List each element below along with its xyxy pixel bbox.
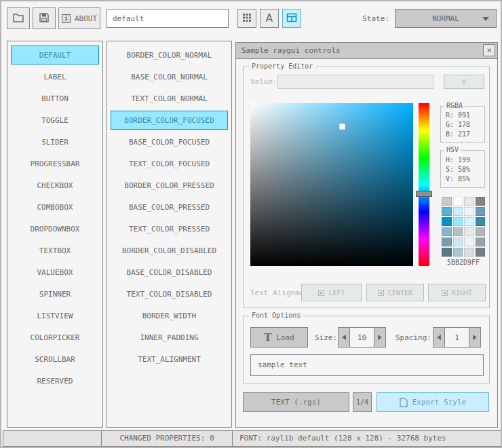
controls-list-item[interactable]: CHECKBOX	[11, 176, 99, 195]
hue-bar[interactable]	[419, 103, 429, 266]
palette-swatch[interactable]	[476, 197, 486, 206]
value-apply-button[interactable]: 0	[444, 75, 484, 89]
color-picker-marker[interactable]	[339, 124, 345, 130]
property-editor-group-label: Property Editor	[249, 62, 315, 70]
size-value-box[interactable]: 10	[349, 327, 374, 348]
spacing-decrement-button[interactable]	[433, 327, 445, 348]
align-right-button[interactable]: RIGHT	[428, 284, 486, 301]
font-a-icon: A	[266, 12, 273, 24]
controls-list-item[interactable]: SPINNER	[11, 284, 99, 303]
hue-slider-handle[interactable]	[416, 191, 432, 197]
format-counter-button[interactable]: 1/4	[353, 392, 372, 412]
properties-list-item[interactable]: BORDER_COLOR_PRESSED	[111, 176, 228, 195]
align-left-button[interactable]: LEFT	[301, 284, 362, 301]
properties-list-item[interactable]: TEXT_COLOR_PRESSED	[111, 219, 228, 238]
palette-swatch[interactable]	[453, 227, 463, 236]
font-load-button[interactable]: T Load	[250, 327, 308, 348]
palette-swatch[interactable]	[453, 248, 463, 257]
controls-list-item[interactable]: RESERVED	[11, 371, 99, 390]
properties-list-item[interactable]: TEXT_ALIGNMENT	[111, 350, 228, 369]
export-style-button[interactable]: Export Style	[376, 392, 489, 412]
palette-swatch[interactable]	[453, 217, 463, 226]
align-center-button[interactable]: CENTER	[366, 284, 424, 301]
properties-list-item[interactable]: BASE_COLOR_NORMAL	[111, 67, 228, 86]
controls-list-item[interactable]: SLIDER	[11, 132, 99, 151]
font-options-group-label: Font Options	[249, 312, 303, 319]
chevron-down-icon	[482, 17, 489, 21]
controls-list-item[interactable]: BUTTON	[11, 89, 99, 108]
properties-list-item[interactable]: TEXT_COLOR_FOCUSED	[111, 154, 228, 173]
controls-list-item[interactable]: PROGRESSBAR	[11, 154, 99, 173]
folder-open-icon	[12, 12, 24, 26]
palette-swatch[interactable]	[453, 238, 463, 246]
palette-swatch[interactable]	[464, 227, 474, 236]
window-titlebar[interactable]: Sample raygui controls ×	[236, 43, 497, 59]
window-close-button[interactable]: ×	[483, 44, 495, 56]
controls-list-item[interactable]: LABEL	[11, 67, 99, 86]
palette-swatch[interactable]	[442, 248, 452, 257]
open-style-button[interactable]	[7, 7, 30, 29]
controls-list-item[interactable]: LISTVIEW	[11, 306, 99, 325]
palette-swatch[interactable]	[464, 238, 474, 246]
palette-swatch[interactable]	[442, 238, 452, 246]
style-grid-view-button[interactable]	[237, 9, 256, 28]
palette-swatch[interactable]	[476, 238, 486, 246]
font-view-button[interactable]: A	[260, 9, 279, 28]
format-counter-label: 1/4	[356, 398, 368, 406]
properties-list-item[interactable]: BORDER_COLOR_DISABLED	[111, 241, 228, 260]
size-label: Size:	[315, 333, 337, 342]
palette-swatch[interactable]	[442, 217, 452, 226]
save-style-button[interactable]	[33, 7, 56, 29]
properties-list-item[interactable]: BASE_COLOR_PRESSED	[111, 198, 228, 217]
spacing-value-box[interactable]: 1	[444, 327, 469, 348]
properties-list-item[interactable]: BORDER_WIDTH	[111, 306, 228, 325]
properties-list-item[interactable]: BORDER_COLOR_NORMAL	[111, 45, 228, 64]
palette-swatch[interactable]	[464, 197, 474, 206]
palette-swatch[interactable]	[464, 248, 474, 257]
controls-list-item[interactable]: COLORPICKER	[11, 328, 99, 347]
color-saturation-value-picker[interactable]	[250, 103, 413, 266]
export-format-label: TEXT (.rgs)	[271, 398, 321, 407]
palette-swatch[interactable]	[476, 217, 486, 226]
floppy-save-icon	[38, 12, 50, 26]
properties-list-item[interactable]: BORDER_COLOR_FOCUSED	[111, 111, 228, 130]
spacing-increment-button[interactable]	[469, 327, 481, 348]
palette-swatch[interactable]	[464, 207, 474, 216]
palette-swatch[interactable]	[464, 217, 474, 226]
control-table-view-button[interactable]	[282, 9, 301, 28]
properties-list-item[interactable]: TEXT_COLOR_DISABLED	[111, 284, 228, 303]
palette-swatch[interactable]	[476, 207, 486, 216]
about-button[interactable]: i ABOUT	[58, 7, 100, 29]
palette-swatch[interactable]	[442, 197, 452, 206]
palette-swatch[interactable]	[453, 197, 463, 206]
controls-list-item[interactable]: DEFAULT	[11, 45, 99, 64]
font-options-group: Font Options T Load Size: 10 Spacing: 1 …	[243, 316, 490, 384]
properties-list-item[interactable]: TEXT_COLOR_NORMAL	[111, 89, 228, 108]
sample-text-box[interactable]: sample text	[250, 354, 484, 376]
palette-swatch[interactable]	[476, 248, 486, 257]
size-increment-button[interactable]	[374, 327, 386, 348]
status-box-empty	[3, 430, 102, 447]
controls-list-item[interactable]: COMBOBOX	[11, 198, 99, 217]
export-format-button[interactable]: TEXT (.rgs)	[243, 392, 349, 412]
controls-list-item[interactable]: DROPDOWNBOX	[11, 219, 99, 238]
palette-swatch[interactable]	[442, 227, 452, 236]
palette-swatch[interactable]	[476, 227, 486, 236]
controls-list-item[interactable]: TOGGLE	[11, 111, 99, 130]
properties-list-item[interactable]: INNER_PADDING	[111, 328, 228, 347]
controls-list-item[interactable]: TEXTBOX	[11, 241, 99, 260]
properties-list-item[interactable]: BASE_COLOR_FOCUSED	[111, 132, 228, 151]
controls-list-item[interactable]: SCROLLBAR	[11, 350, 99, 369]
properties-list-item[interactable]: BASE_COLOR_DISABLED	[111, 263, 228, 282]
state-dropdown[interactable]: NORMAL	[395, 9, 497, 28]
style-name-input[interactable]	[107, 9, 229, 28]
palette-swatch[interactable]	[453, 207, 463, 216]
grid-icon	[242, 13, 252, 24]
value-input[interactable]	[277, 75, 433, 89]
size-decrement-button[interactable]	[338, 327, 350, 348]
palette-swatch[interactable]	[442, 207, 452, 216]
hex-color-value[interactable]: 5BB2D9FF	[442, 259, 485, 268]
sample-text-value: sample text	[258, 360, 307, 369]
align-right-label: RIGHT	[452, 289, 472, 297]
controls-list-item[interactable]: VALUEBOX	[11, 263, 99, 282]
